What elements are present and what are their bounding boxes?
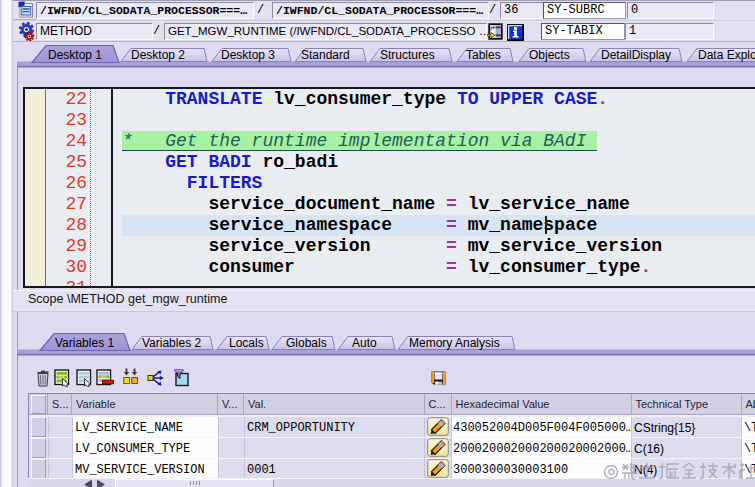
svg-text:Globals: Globals	[286, 336, 327, 350]
svg-text:Variables 1: Variables 1	[55, 336, 114, 350]
svg-text:Locals: Locals	[229, 336, 264, 350]
svg-text:Tables: Tables	[466, 48, 501, 62]
svg-text:Desktop 1: Desktop 1	[48, 48, 102, 62]
svg-text:Objects: Objects	[529, 48, 570, 62]
svg-text:Variables 2: Variables 2	[142, 336, 201, 350]
svg-text:Structures: Structures	[380, 48, 435, 62]
svg-text:Desktop 2: Desktop 2	[131, 48, 185, 62]
svg-text:Auto: Auto	[352, 336, 377, 350]
svg-text:DetailDisplay: DetailDisplay	[601, 48, 671, 62]
svg-text:Standard: Standard	[301, 48, 350, 62]
svg-text:Desktop 3: Desktop 3	[221, 48, 275, 62]
svg-text:Data Explorer: Data Explorer	[698, 48, 755, 62]
svg-text:Memory Analysis: Memory Analysis	[409, 336, 500, 350]
